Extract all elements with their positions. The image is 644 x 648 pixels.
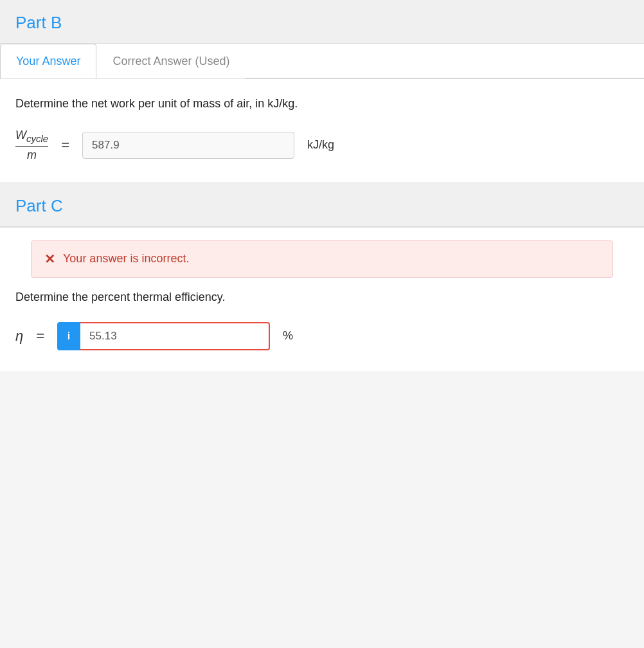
eta-symbol: η	[15, 328, 23, 345]
part-b-tabs-container: Your Answer Correct Answer (Used)	[0, 44, 644, 79]
part-b-title: Part B	[15, 13, 62, 32]
part-b-question: Determine the net work per unit of mass …	[15, 97, 629, 111]
part-c-question: Determine the percent thermal efficiency…	[15, 291, 629, 304]
incorrect-icon: ✕	[44, 251, 55, 267]
part-c-section: ✕ Your answer is incorrect. Determine th…	[0, 228, 644, 371]
tab-correct-answer[interactable]: Correct Answer (Used)	[96, 44, 246, 78]
part-b-formula-row: Wcycle m = kJ/kg	[15, 129, 629, 162]
part-b-content: Determine the net work per unit of mass …	[0, 79, 644, 183]
fraction-denominator: m	[27, 148, 37, 162]
part-b-answer-input[interactable]	[82, 132, 294, 159]
part-c-answer-input[interactable]	[80, 322, 270, 350]
part-c-equals: =	[36, 328, 44, 345]
incorrect-banner: ✕ Your answer is incorrect.	[31, 240, 613, 278]
part-b-header: Part B	[0, 0, 644, 44]
part-c-inner: Determine the percent thermal efficiency…	[0, 278, 644, 371]
input-with-info-wrapper: i	[57, 322, 270, 350]
fraction-numerator-sub: cycle	[26, 133, 48, 144]
part-b-unit: kJ/kg	[307, 138, 334, 152]
part-b-equals: =	[61, 137, 69, 154]
tabs-row: Your Answer Correct Answer (Used)	[0, 44, 644, 78]
part-c-formula-row: η = i %	[15, 322, 629, 350]
fraction-numerator: Wcycle	[15, 129, 48, 144]
part-c-title: Part C	[15, 196, 63, 215]
part-c-header: Part C	[0, 183, 644, 227]
fraction-bar	[15, 146, 48, 147]
part-c-unit: %	[283, 329, 293, 343]
info-button[interactable]: i	[57, 322, 80, 350]
formula-fraction: Wcycle m	[15, 129, 48, 162]
tab-your-answer[interactable]: Your Answer	[0, 44, 96, 78]
incorrect-message: Your answer is incorrect.	[63, 252, 189, 266]
